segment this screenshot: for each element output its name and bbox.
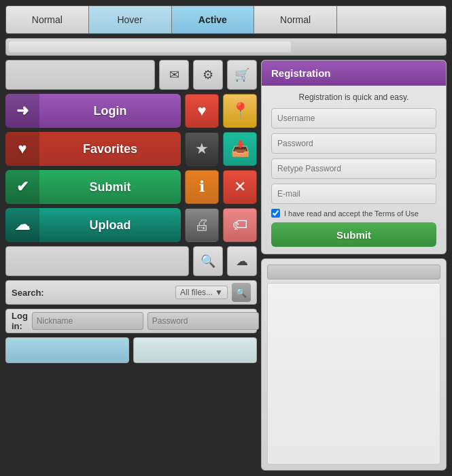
bottom-btn-left[interactable] [5,337,129,363]
search-text-input[interactable] [48,288,171,298]
close-icon: ✕ [234,178,246,196]
upload-btn-row: ☁ Upload 🖨 🏷 [5,208,257,242]
content-area: ✉ ⚙ 🛒 ➜ Login ♥ [5,60,447,471]
star-sq-button[interactable]: ★ [185,132,219,166]
info-sq-button[interactable]: ℹ [185,170,219,204]
download-icon: 📥 [231,140,249,158]
tab-active[interactable]: Active [172,6,255,33]
heart-icon: ♥ [197,102,206,120]
gear-icon: ⚙ [203,67,213,82]
upload-cloud-icon: ☁ [15,216,30,234]
favorites-button[interactable]: ♥ Favorites [5,132,181,166]
login-btn-row: ➜ Login ♥ 📍 [5,94,257,128]
search-bar-row: 🔍 ☁ [5,246,257,276]
gear-button[interactable]: ⚙ [193,60,223,90]
pin-sq-button[interactable]: 📍 [223,94,257,128]
printer-sq-button[interactable]: 🖨 [185,208,219,242]
tag-sq-button[interactable]: 🏷 [223,208,257,242]
login-label: Login [39,104,181,118]
progress-bar-fill [9,41,291,52]
progress-bar-container [5,38,447,56]
right-sq-col-1: ♥ [185,94,219,128]
envelope-button[interactable]: ✉ [159,60,189,90]
heart-filled-icon: ♥ [18,140,27,158]
cloud-upload-icon: ☁ [236,254,248,269]
tag-icon: 🏷 [232,216,247,234]
close-sq-button[interactable]: ✕ [223,170,257,204]
icon-btn-row: ✉ ⚙ 🛒 [5,60,257,90]
heart-sq-button[interactable]: ♥ [185,94,219,128]
right-bottom-box [261,258,447,471]
favorites-label: Favorites [39,142,181,156]
main-container: Normal Hover Active Normal 🔍 ✉ [0,0,452,476]
tab-hover[interactable]: Hover [89,6,172,33]
magnify-icon: 🔍 [201,254,215,269]
reg-retype-input[interactable] [271,158,436,179]
search-label-row: Search: All files... ▼ 🔍 [5,280,257,305]
cloud-upload-button[interactable]: ☁ [227,246,257,276]
login-text-label: Log in: [12,311,28,331]
cart-icon: 🛒 [234,67,249,82]
search-go-icon: 🔍 [236,288,247,298]
tab-normal-label: Normal [32,14,63,25]
search-bar-field [5,246,189,276]
reg-submit-button[interactable]: Submit [271,222,436,247]
upload-icon-part: ☁ [5,208,39,242]
star-icon: ★ [195,140,209,158]
login-icon-part: ➜ [5,94,39,128]
search-dropdown-text: All files... [180,288,213,297]
top-input-field [5,60,155,90]
login-arrow-icon: ➜ [16,102,29,120]
reg-password-input[interactable] [271,133,436,154]
printer-icon: 🖨 [194,216,209,234]
rb-main-area [267,283,440,464]
check-icon: ✔ [16,178,29,196]
tabs-row: Normal Hover Active Normal 🔍 [5,5,447,34]
reg-terms-checkbox[interactable] [271,209,280,218]
right-sq-col-2: 📍 [223,94,257,128]
tab-normal2-label: Normal [280,14,311,25]
submit-icon-part: ✔ [5,170,39,204]
reg-username-input[interactable] [271,108,436,129]
upload-label: Upload [39,218,181,233]
submit-button[interactable]: ✔ Submit [5,170,181,204]
favorites-icon-part: ♥ [5,132,39,166]
tab-hover-label: Hover [117,14,142,25]
registration-box: Registration Registration is quick and e… [261,60,447,254]
reg-email-input[interactable] [271,184,436,204]
login-button[interactable]: ➜ Login [5,94,181,128]
reg-submit-label: Submit [336,229,371,241]
info-icon: ℹ [199,178,205,196]
registration-title: Registration [271,67,331,79]
tab-search-input[interactable] [343,15,447,25]
rb-top-bar [267,265,440,279]
registration-body: Registration is quick and easy. I have r… [262,86,446,254]
reg-terms-row: I have read and accept the Terms of Use [271,209,436,218]
nickname-input[interactable] [32,312,143,330]
tab-active-label: Active [198,14,227,25]
search-text-label: Search: [12,288,44,298]
reg-terms-text: I have read and accept the Terms of Use [284,209,419,218]
tab-search-area: 🔍 [337,6,446,33]
cart-button[interactable]: 🛒 [227,60,257,90]
password-input[interactable] [147,312,259,330]
envelope-icon: ✉ [169,67,179,82]
registration-subtitle: Registration is quick and easy. [271,92,436,102]
right-panel: Registration Registration is quick and e… [261,60,447,471]
bottom-btn-right[interactable] [133,337,257,363]
submit-label: Submit [39,180,181,194]
download-sq-button[interactable]: 📥 [223,132,257,166]
tab-normal2[interactable]: Normal [254,6,337,33]
magnify-button[interactable]: 🔍 [193,246,223,276]
left-panel: ✉ ⚙ 🛒 ➜ Login ♥ [5,60,257,471]
registration-header: Registration [262,61,446,86]
search-go-button[interactable]: 🔍 [232,283,251,302]
tab-normal[interactable]: Normal [6,6,89,33]
upload-button[interactable]: ☁ Upload [5,208,181,242]
pin-icon: 📍 [231,102,249,120]
bottom-btns-row [5,337,257,363]
submit-btn-row: ✔ Submit ℹ ✕ [5,170,257,204]
login-row: Log in: 👤 [5,309,257,333]
search-dropdown[interactable]: All files... ▼ [175,286,228,299]
favorites-btn-row: ♥ Favorites ★ 📥 [5,132,257,166]
